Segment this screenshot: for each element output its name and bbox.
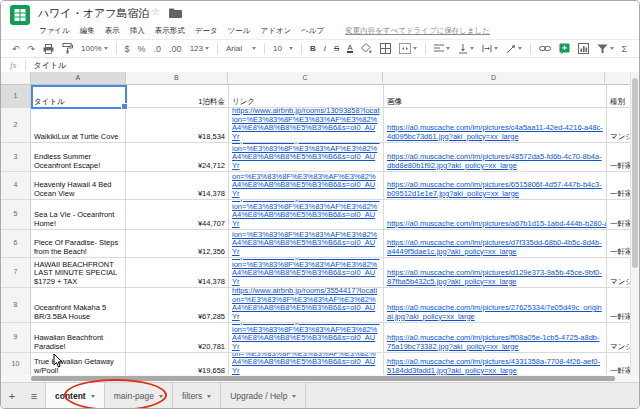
print-button[interactable] (43, 44, 54, 54)
cell-image-9[interactable]: https://a0.muscache.com/im/pictures/ff08… (384, 323, 607, 353)
cell-link-2[interactable]: https://www.airbnb.jp/rooms/13093858?loc… (229, 108, 384, 143)
fill-color-button[interactable] (361, 43, 372, 54)
cell-price-5[interactable]: ¥44,707 (126, 200, 229, 230)
row-number-5[interactable]: 5 (1, 200, 31, 230)
folder-icon[interactable] (169, 8, 182, 18)
vertical-scrollbar-thumb[interactable] (632, 78, 638, 268)
row-number-8[interactable]: 8 (1, 288, 31, 323)
cell-price-2[interactable]: ¥18,534 (126, 108, 229, 143)
cell-title-6[interactable]: Piece Of Paradise- Steps from the Beach! (31, 230, 126, 258)
formula-input[interactable]: タイトル (34, 60, 67, 71)
menu-item-8[interactable]: ヘルプ (296, 26, 329, 36)
italic-button[interactable]: I (324, 44, 326, 53)
functions-button[interactable]: Σ (622, 44, 628, 54)
document-title[interactable]: ハワイ・オアフ島宿泊 (38, 6, 150, 21)
cell-link-8-link[interactable]: https://www.airbnb.jp/rooms/3554417?loca… (232, 288, 380, 321)
column-header-B[interactable]: B (126, 72, 229, 85)
row-number-9[interactable]: 9 (1, 323, 31, 353)
increase-decimal-button[interactable]: .00 (169, 44, 182, 54)
menu-item-1[interactable]: 編集 (75, 26, 100, 36)
number-format-select[interactable]: 123 (190, 44, 209, 53)
zoom-select[interactable]: 100% (81, 44, 107, 53)
strikethrough-button[interactable]: S (334, 44, 339, 53)
sheet-tab-main-page[interactable]: main-page (105, 383, 173, 409)
chevron-down-icon[interactable] (159, 395, 163, 398)
cell-image-2[interactable]: https://a0.muscache.com/im/pictures/c4a5… (384, 108, 607, 143)
cell-link-9[interactable]: https://www.airbnb.jp/rooms/15146857?loc… (229, 323, 384, 353)
star-icon[interactable]: ☆ (151, 6, 160, 17)
row-number-4[interactable]: 4 (1, 172, 31, 200)
cell-title-7[interactable]: HAWAII BEACHFRONT LAST MINUTE SPECIAL $1… (31, 258, 126, 288)
cell-link-3-link[interactable]: https://www.airbnb.jp/rooms/15221335?loc… (232, 143, 380, 170)
sheet-tab-content[interactable]: content (45, 383, 105, 409)
cell-image-4-link[interactable]: https://a0.muscache.com/im/pictures/6515… (387, 181, 603, 198)
cell-image-10-link[interactable]: https://a0.muscache.com/im/pictures/4331… (387, 358, 603, 375)
cell-price-4[interactable]: ¥14,378 (126, 172, 229, 200)
cell-link-2-link[interactable]: https://www.airbnb.jp/rooms/13093858?loc… (232, 108, 380, 141)
all-sheets-button[interactable]: ≡ (23, 383, 45, 409)
cell-title-2[interactable]: WaikikiLux at Turtle Cove (31, 108, 126, 143)
vertical-align-button[interactable] (458, 44, 474, 54)
menu-item-6[interactable]: ツール (223, 26, 256, 36)
cell-image-2-link[interactable]: https://a0.muscache.com/im/pictures/c4a5… (387, 124, 603, 141)
filter-button[interactable] (597, 44, 614, 54)
chevron-down-icon[interactable] (91, 395, 95, 398)
cell-image-9-link[interactable]: https://a0.muscache.com/im/pictures/ff08… (387, 334, 603, 351)
cell-link-10[interactable]: https://www.airbnb.jp/rooms/9491383?loca… (229, 353, 384, 375)
cell-price-6[interactable]: ¥12,356 (126, 230, 229, 258)
cell-link-4[interactable]: https://www.airbnb.jp/rooms/4323820?loca… (229, 172, 384, 200)
chevron-down-icon[interactable] (207, 395, 211, 398)
cell-image-3[interactable]: https://a0.muscache.com/im/pictures/4857… (384, 143, 607, 172)
cell-price-10[interactable]: ¥19,658 (126, 353, 229, 375)
field-cell-3[interactable]: 画像 (384, 85, 607, 108)
cell-price-7[interactable]: ¥14,378 (126, 258, 229, 288)
borders-button[interactable] (380, 43, 391, 54)
field-cell-2[interactable]: リンク (229, 85, 384, 108)
currency-format-button[interactable]: $ (125, 44, 130, 54)
row-number-3[interactable]: 3 (1, 143, 31, 172)
cell-title-8[interactable]: Oceanfront Makaha 5 BR/3.5BA House (31, 288, 126, 323)
field-cell-1[interactable]: 1泊料金 (126, 85, 229, 108)
horizontal-scrollbar-thumb[interactable] (31, 376, 615, 381)
cell-link-9-link[interactable]: https://www.airbnb.jp/rooms/15146857?loc… (232, 323, 380, 351)
add-sheet-button[interactable]: + (1, 383, 23, 409)
cell-link-6-link[interactable]: https://www.airbnb.jp/rooms/20590148?loc… (232, 230, 380, 256)
text-color-button[interactable]: A (347, 44, 352, 53)
cell-price-3[interactable]: ¥24,712 (126, 143, 229, 172)
menu-item-3[interactable]: 挿入 (125, 26, 150, 36)
cell-link-5[interactable]: https://www.airbnb.jp/rooms/14161352?loc… (229, 200, 384, 230)
cell-image-3-link[interactable]: https://a0.muscache.com/im/pictures/4857… (387, 153, 603, 170)
sheet-tab-filters[interactable]: filters (173, 383, 221, 409)
merge-cells-button[interactable] (399, 43, 417, 54)
cell-title-3[interactable]: Endless Summer Oceanfront Escape! (31, 143, 126, 172)
horizontal-scrollbar[interactable] (1, 375, 639, 382)
row-number-6[interactable]: 6 (1, 230, 31, 258)
cell-title-4[interactable]: Heavenly Hawaii 4 Bed Ocean View (31, 172, 126, 200)
cell-link-8[interactable]: https://www.airbnb.jp/rooms/3554417?loca… (229, 288, 384, 323)
cell-link-7-link[interactable]: https://www.airbnb.jp/rooms/12310221?loc… (232, 258, 380, 286)
cell-image-6[interactable]: https://a0.muscache.com/im/pictures/d7f3… (384, 230, 607, 258)
menu-item-7[interactable]: アドオン (255, 26, 296, 36)
menu-item-4[interactable]: 表示形式 (150, 26, 190, 36)
menu-item-5[interactable]: データ (190, 26, 223, 36)
cell-image-5[interactable]: https://a0.muscache.com/im/pictures/a67b… (384, 200, 607, 230)
cell-image-10[interactable]: https://a0.muscache.com/im/pictures/4331… (384, 353, 607, 375)
cell-link-3[interactable]: https://www.airbnb.jp/rooms/15221335?loc… (229, 143, 384, 172)
cell-title-10[interactable]: True Hawaiian Getaway w/Pool! (31, 353, 126, 375)
sheet-tab-upgrade-help[interactable]: Upgrade / Help (221, 383, 306, 409)
row-number-10[interactable]: 10 (1, 353, 31, 375)
text-wrap-button[interactable] (482, 44, 498, 53)
cell-image-8[interactable]: https://a0.muscache.com/im/pictures/2762… (384, 288, 607, 323)
cell-image-8-link[interactable]: https://a0.muscache.com/im/pictures/2762… (387, 304, 603, 321)
cell-image-7-link[interactable]: https://a0.muscache.com/im/pictures/d129… (387, 269, 603, 286)
vertical-scrollbar[interactable] (630, 72, 639, 375)
cell-title-5[interactable]: Sea La Vie - Oceanfront Home! (31, 200, 126, 230)
insert-comment-button[interactable] (559, 43, 570, 54)
chevron-down-icon[interactable] (292, 395, 296, 398)
cell-link-6[interactable]: https://www.airbnb.jp/rooms/20590148?loc… (229, 230, 384, 258)
column-header-C[interactable]: C (228, 72, 383, 85)
field-cell-0[interactable]: タイトル (31, 85, 126, 108)
insert-chart-button[interactable] (578, 43, 589, 54)
cell-link-7[interactable]: https://www.airbnb.jp/rooms/12310221?loc… (229, 258, 384, 288)
horizontal-align-button[interactable] (434, 44, 450, 53)
